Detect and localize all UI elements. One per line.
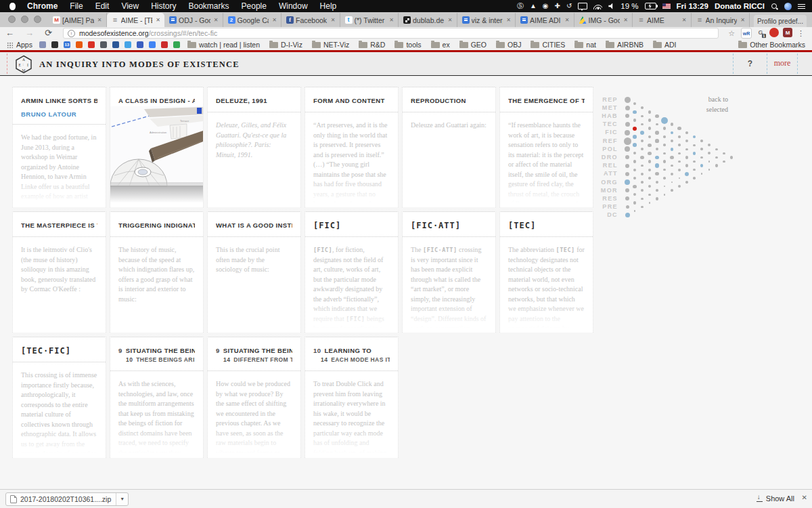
bookmark-folder-watch-read-listen[interactable]: watch | read | listen — [187, 41, 260, 49]
mode-label-res[interactable]: RES — [587, 196, 618, 202]
crossing-dot-ref-pre[interactable] — [685, 172, 689, 176]
download-caret-icon[interactable]: ▼ — [116, 493, 128, 505]
crossing-dot-pol-rel[interactable] — [640, 156, 644, 159]
tab-close-icon[interactable]: ✕ — [154, 16, 162, 24]
bookmark-favicon-6[interactable] — [112, 41, 119, 48]
tab-close-icon[interactable]: ✕ — [388, 16, 395, 24]
tab-aime[interactable]: ≡AIME✕ — [633, 13, 692, 27]
crossing-dot-fic-dc[interactable] — [701, 173, 703, 175]
download-item[interactable]: 2017-20180202T10361....zip ▼ — [5, 492, 129, 506]
crossing-dot-rep-pre[interactable] — [723, 152, 725, 155]
crossing-dot-res-res[interactable] — [625, 196, 629, 200]
tab-google-calend[interactable]: 2Google Calend✕ — [223, 13, 282, 27]
crossing-dot-tec-dro[interactable] — [655, 139, 658, 142]
crossing-dot-tec-att[interactable] — [671, 148, 674, 151]
crossing-dot-hab-tec[interactable] — [633, 119, 636, 121]
card-2[interactable]: DELEUZE, 1991Deleuze, Gilles, and Félix … — [207, 87, 301, 207]
crossing-dot-pol-pol[interactable] — [625, 146, 630, 152]
crossing-dot-ref-pol[interactable] — [633, 143, 637, 147]
bookmark-star-icon[interactable]: ☆ — [724, 29, 739, 38]
crossing-dot-org-res[interactable] — [641, 189, 644, 192]
bookmark-folder-cities[interactable]: CITIES — [531, 41, 565, 49]
crossing-dot-tec-ref[interactable] — [640, 131, 644, 135]
crossing-dot-fic-mor[interactable] — [678, 161, 681, 163]
tab-viz-interpreta[interactable]: viz & interpreta✕ — [457, 13, 516, 27]
crossing-dot-met-dro[interactable] — [671, 131, 673, 134]
bookmark-favicon-4[interactable] — [88, 41, 95, 48]
crossing-dot-tec-res[interactable] — [693, 161, 696, 163]
crossing-dot-fic-ref[interactable] — [633, 135, 637, 139]
menubar-clock[interactable]: Fri 13:29 — [677, 2, 708, 10]
crossing-dot-mor-res[interactable] — [633, 193, 636, 196]
menubar-item-help[interactable]: Help — [314, 1, 343, 11]
back-to-selected-link[interactable]: back to selected — [682, 95, 728, 114]
crossing-dot-fic-res[interactable] — [685, 164, 688, 167]
crossing-dot-dro-pre[interactable] — [671, 182, 673, 184]
card-7[interactable]: TRIGGERING INDIGNATIO...The history of m… — [110, 211, 204, 333]
crossing-dot-tec-pre[interactable] — [700, 164, 703, 167]
notification-center-icon[interactable] — [798, 3, 805, 9]
forward-button[interactable]: → — [20, 27, 39, 39]
crossing-dot-rel-att[interactable] — [633, 169, 636, 171]
crossing-dot-ref-org[interactable] — [663, 160, 666, 163]
bookmark-favicon-8[interactable] — [137, 41, 143, 48]
crossing-dot-fic-dro[interactable] — [648, 144, 651, 147]
tab-close-icon[interactable]: ✕ — [739, 16, 746, 24]
menubar-item-people[interactable]: People — [235, 1, 273, 11]
tab-close-icon[interactable]: ✕ — [681, 16, 688, 24]
card-author-link[interactable]: BRUNO LATOUR — [21, 110, 97, 118]
mode-label-rep[interactable]: REP — [587, 97, 618, 103]
bookmark-favicon-3[interactable] — [76, 41, 83, 48]
bookmark-folder-obj[interactable]: OBJ — [496, 41, 521, 49]
menubar-item-bookmarks[interactable]: Bookmarks — [183, 1, 235, 11]
crossing-dot-pol-mor[interactable] — [663, 169, 666, 171]
crossing-dot-rep-res[interactable] — [715, 148, 717, 150]
crossing-dot-ref-res[interactable] — [678, 169, 681, 171]
card-3[interactable]: FORM AND CONTENT“Art preserves, and it i… — [304, 87, 399, 207]
crossing-dot-org-pre[interactable] — [648, 194, 651, 196]
show-all-downloads-button[interactable]: Show All — [757, 492, 794, 505]
menubar-item-edit[interactable]: Edit — [89, 1, 116, 11]
bookmark-folder-adi[interactable]: ADI — [653, 41, 677, 49]
crossing-dot-ref-dro[interactable] — [641, 148, 644, 150]
mode-label-rel[interactable]: REL — [587, 163, 618, 169]
crossing-dot-rel-org[interactable] — [641, 173, 644, 175]
tab-img-google-d[interactable]: IMG - Google D✕ — [574, 13, 633, 27]
bookmark-favicon-5[interactable] — [100, 41, 107, 48]
crossing-dot-met-tec[interactable] — [641, 115, 644, 118]
crossing-dot-dro-dc[interactable] — [678, 185, 681, 188]
crossing-dot-res-pre[interactable] — [633, 201, 636, 204]
crossing-dot-fic-org[interactable] — [670, 156, 673, 159]
drive-status-icon[interactable]: ▲ — [530, 0, 537, 12]
crossing-dot-att-att[interactable] — [625, 172, 629, 176]
menubar-item-history[interactable]: History — [145, 1, 182, 11]
crossing-dot-res-dc[interactable] — [641, 206, 644, 209]
crossing-dot-rep-ref[interactable] — [661, 117, 668, 124]
tab-aime-adi-go[interactable]: AIME ADI - Go✕ — [516, 13, 574, 27]
crossing-dot-mor-mor[interactable] — [625, 188, 629, 192]
mode-label-ref[interactable]: REF — [587, 138, 618, 144]
mode-label-dc[interactable]: DC — [587, 212, 618, 218]
card-11[interactable]: [TEC]The abbreviation [TEC] for technolo… — [499, 211, 593, 333]
mode-label-dro[interactable]: DRO — [587, 154, 618, 161]
crossing-dot-mor-pre[interactable] — [641, 198, 644, 200]
tab-facebook[interactable]: fFacebook✕ — [281, 13, 340, 27]
tab-dublab-de-fut[interactable]: dublab.de | fut✕ — [399, 13, 457, 27]
crossing-dot-pol-att[interactable] — [648, 160, 651, 163]
battery-icon[interactable] — [645, 3, 656, 9]
crossing-dot-rep-pol[interactable] — [671, 123, 673, 125]
bookmark-folder-nat[interactable]: nat — [574, 41, 596, 49]
page-info-icon[interactable]: i — [68, 30, 75, 37]
extension-button-1[interactable]: G1 — [756, 28, 765, 37]
mode-label-mor[interactable]: MOR — [587, 188, 618, 194]
bookmark-favicon-0[interactable] — [39, 41, 46, 48]
crossing-dot-met-dc[interactable] — [723, 161, 725, 163]
apps-label[interactable]: Apps — [16, 41, 32, 49]
reload-button[interactable]: ⟳ — [39, 27, 58, 39]
bookmark-folder-ex[interactable]: ex — [431, 41, 450, 49]
close-window-button[interactable] — [8, 16, 16, 23]
mode-label-tec[interactable]: TEC — [587, 121, 618, 127]
card-10[interactable]: [FIC·ATT]The [FIC·ATT] crossing is very … — [402, 211, 496, 333]
card-13[interactable]: 9SITUATING THE BEIN...10THESE BEINGS ARI… — [110, 337, 204, 458]
crossing-dot-fic-att[interactable] — [663, 152, 666, 155]
